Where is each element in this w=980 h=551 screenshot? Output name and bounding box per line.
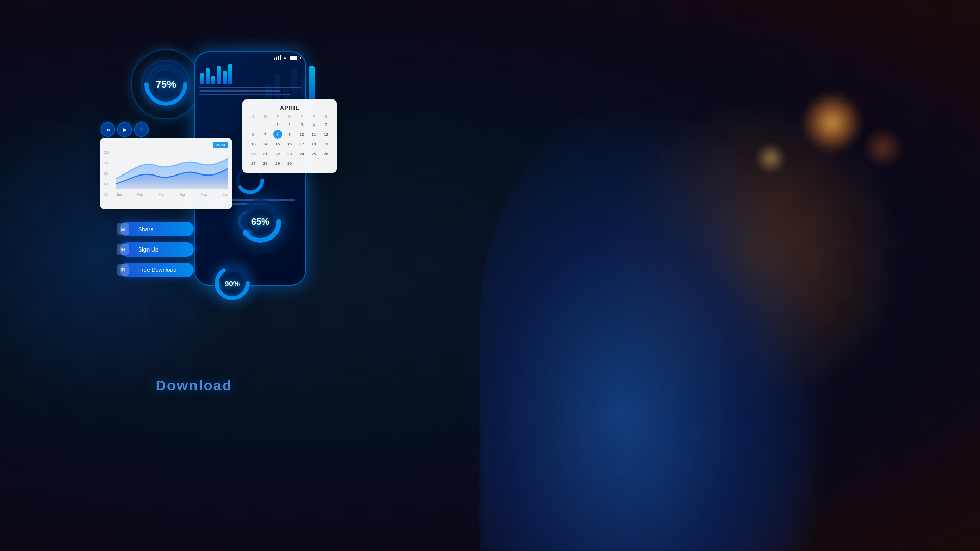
phone-line-1 bbox=[199, 87, 301, 88]
gauge-75: 75% bbox=[138, 56, 194, 112]
free-download-button-label: Free Download bbox=[138, 267, 177, 273]
cal-day-6[interactable]: 6 bbox=[249, 130, 258, 139]
cal-day-7[interactable]: 7 bbox=[261, 130, 270, 139]
battery-icon bbox=[290, 56, 299, 60]
cal-day-20[interactable]: 20 bbox=[249, 149, 258, 158]
phone-status-bar: ▲ bbox=[195, 52, 305, 63]
cal-day-24[interactable]: 24 bbox=[297, 149, 306, 158]
chart-area: 100 80 60 40 20 bbox=[104, 151, 228, 196]
cal-day-3[interactable]: 3 bbox=[297, 120, 306, 129]
gauge-75-label: 75% bbox=[156, 79, 176, 90]
x-label-jun: Jun bbox=[223, 193, 228, 196]
cal-header-m: M bbox=[260, 114, 272, 119]
signal-bar-3 bbox=[278, 56, 279, 60]
phone-lines-top bbox=[195, 87, 305, 95]
cal-day-21[interactable]: 21 bbox=[261, 149, 270, 158]
signup-button[interactable]: ⊞ Sign Up bbox=[120, 242, 194, 257]
signal-bar-1 bbox=[274, 58, 275, 60]
download-text: Download bbox=[156, 378, 232, 394]
area-chart-card: 2024 100 80 60 40 20 bbox=[100, 138, 232, 209]
signup-icon: ⊞ bbox=[117, 244, 129, 255]
cal-day-4[interactable]: 4 bbox=[309, 120, 318, 129]
cal-header-f: F bbox=[308, 114, 320, 119]
cal-header-t1: T bbox=[272, 114, 283, 119]
x-label-jan: Jan bbox=[116, 193, 122, 196]
share-button[interactable]: ⊞ Share bbox=[120, 222, 194, 236]
media-pause-button[interactable]: ⏸ bbox=[134, 122, 149, 137]
cal-day-14[interactable]: 14 bbox=[261, 139, 270, 148]
y-label-60: 60 bbox=[104, 172, 110, 176]
phone-line-3 bbox=[199, 94, 291, 95]
phone-bar-1 bbox=[200, 73, 204, 84]
cal-day-29[interactable]: 29 bbox=[273, 159, 282, 168]
bokeh-light-3 bbox=[863, 128, 903, 168]
x-label-may: May bbox=[201, 193, 207, 196]
cal-day-9[interactable]: 9 bbox=[285, 130, 294, 139]
cal-day-16[interactable]: 16 bbox=[285, 139, 294, 148]
donut-65: 65% bbox=[232, 194, 288, 250]
cal-day-5[interactable]: 5 bbox=[322, 120, 331, 129]
chart-year-badge: 2024 bbox=[213, 142, 228, 148]
cal-day-23[interactable]: 23 bbox=[285, 149, 294, 158]
phone-line-2 bbox=[199, 90, 281, 92]
cal-day-19[interactable]: 19 bbox=[322, 139, 331, 148]
share-button-label: Share bbox=[138, 226, 153, 232]
donut-90: 90% bbox=[209, 260, 255, 306]
chart-card-header: 2024 bbox=[104, 142, 228, 148]
cal-day-10[interactable]: 10 bbox=[297, 130, 306, 139]
y-label-40: 40 bbox=[104, 182, 110, 186]
cal-day-empty-3 bbox=[297, 159, 306, 168]
action-buttons: ⊞ Share ⊞ Sign Up ⊞ Free Download bbox=[120, 222, 194, 277]
phone-bar-chart bbox=[195, 63, 305, 84]
x-label-feb: Feb bbox=[137, 193, 143, 196]
cal-header-t2: T bbox=[296, 114, 308, 119]
cal-header-s1: S bbox=[248, 114, 259, 119]
cal-day-2[interactable]: 2 bbox=[285, 120, 294, 129]
bokeh-light-1 bbox=[801, 92, 863, 153]
donut-65-label: 65% bbox=[251, 217, 270, 228]
cal-day-11[interactable]: 11 bbox=[309, 130, 318, 139]
cal-day-1[interactable]: 1 bbox=[273, 120, 282, 129]
phone-bar-5 bbox=[223, 71, 227, 84]
cal-day-30[interactable]: 30 bbox=[285, 159, 294, 168]
calendar-month: APRIL bbox=[248, 105, 332, 111]
wifi-icon: ▲ bbox=[283, 55, 287, 60]
calendar-card: APRIL S M T W T F S 1 2 3 4 5 6 7 8 9 10… bbox=[242, 99, 337, 173]
cal-day-18[interactable]: 18 bbox=[309, 139, 318, 148]
battery-fill bbox=[290, 56, 297, 60]
cal-day-28[interactable]: 28 bbox=[261, 159, 270, 168]
cal-day-26[interactable]: 26 bbox=[322, 149, 331, 158]
hand-silhouette bbox=[480, 92, 837, 551]
free-download-button[interactable]: ⊞ Free Download bbox=[120, 263, 194, 277]
cal-day-8-selected[interactable]: 8 bbox=[273, 130, 282, 139]
x-label-mar: Mar bbox=[159, 193, 165, 196]
cal-day-27[interactable]: 27 bbox=[249, 159, 258, 168]
phone-bar-4 bbox=[217, 66, 221, 84]
calendar-grid: S M T W T F S 1 2 3 4 5 6 7 8 9 10 11 12… bbox=[248, 114, 332, 168]
cal-header-w: W bbox=[284, 114, 296, 119]
cal-header-s2: S bbox=[320, 114, 332, 119]
cal-day-empty-1 bbox=[249, 120, 258, 129]
phone-bar-2 bbox=[206, 68, 210, 84]
chart-svg-container bbox=[116, 151, 228, 189]
cal-day-15[interactable]: 15 bbox=[273, 139, 282, 148]
y-label-20: 20 bbox=[104, 193, 110, 196]
media-controls: ⏮ ▶ ⏸ bbox=[101, 122, 149, 137]
cal-day-17[interactable]: 17 bbox=[297, 139, 306, 148]
cal-day-13[interactable]: 13 bbox=[249, 139, 258, 148]
donut-90-label: 90% bbox=[225, 279, 240, 288]
phone-bar-3 bbox=[211, 76, 215, 84]
signal-bar-2 bbox=[276, 57, 277, 60]
share-icon: ⊞ bbox=[117, 223, 129, 235]
cal-day-25[interactable]: 25 bbox=[309, 149, 318, 158]
y-label-80: 80 bbox=[104, 161, 110, 165]
cal-day-22[interactable]: 22 bbox=[273, 149, 282, 158]
phone-bar-6 bbox=[228, 64, 232, 84]
download-icon: ⊞ bbox=[117, 264, 129, 276]
x-label-apr: Apr bbox=[180, 193, 185, 196]
media-play-button[interactable]: ▶ bbox=[117, 122, 132, 137]
chart-y-labels: 100 80 60 40 20 bbox=[104, 151, 110, 196]
cal-day-12[interactable]: 12 bbox=[322, 130, 331, 139]
media-prev-button[interactable]: ⏮ bbox=[101, 122, 115, 137]
status-icons: ▲ bbox=[274, 55, 299, 60]
